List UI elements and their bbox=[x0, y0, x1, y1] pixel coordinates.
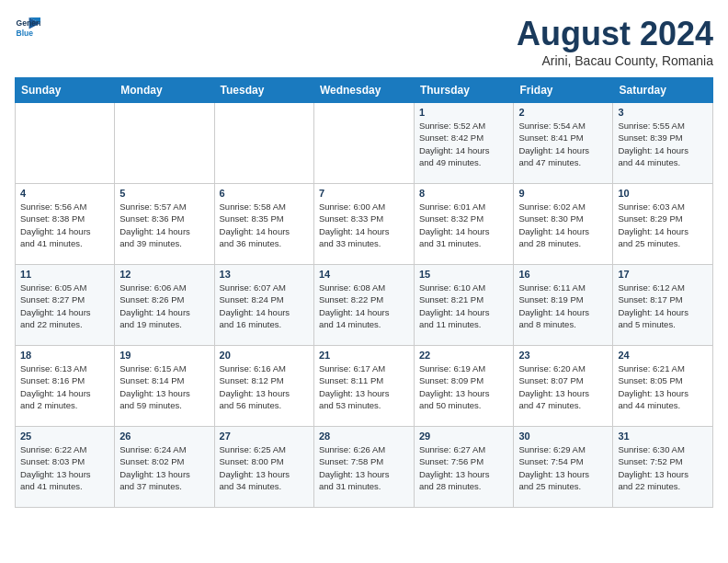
day-number: 24 bbox=[618, 350, 708, 361]
day-info: Sunrise: 5:54 AM Sunset: 8:41 PM Dayligh… bbox=[518, 120, 608, 168]
day-info: Sunrise: 6:01 AM Sunset: 8:32 PM Dayligh… bbox=[419, 201, 509, 249]
day-number: 6 bbox=[220, 188, 309, 199]
day-info: Sunrise: 6:05 AM Sunset: 8:27 PM Dayligh… bbox=[20, 282, 109, 330]
calendar-cell: 14Sunrise: 6:08 AM Sunset: 8:22 PM Dayli… bbox=[313, 265, 414, 346]
day-number: 28 bbox=[319, 431, 409, 442]
header-tuesday: Tuesday bbox=[214, 78, 313, 103]
day-info: Sunrise: 5:56 AM Sunset: 8:38 PM Dayligh… bbox=[20, 201, 109, 249]
calendar-cell: 5Sunrise: 5:57 AM Sunset: 8:36 PM Daylig… bbox=[115, 184, 214, 265]
day-info: Sunrise: 6:07 AM Sunset: 8:24 PM Dayligh… bbox=[220, 282, 309, 330]
day-number: 23 bbox=[518, 350, 608, 361]
calendar-cell: 22Sunrise: 6:19 AM Sunset: 8:09 PM Dayli… bbox=[414, 346, 514, 427]
day-info: Sunrise: 6:08 AM Sunset: 8:22 PM Dayligh… bbox=[319, 282, 409, 330]
day-number: 18 bbox=[20, 350, 109, 361]
day-number: 10 bbox=[618, 188, 708, 199]
calendar-cell: 10Sunrise: 6:03 AM Sunset: 8:29 PM Dayli… bbox=[613, 184, 713, 265]
calendar-cell: 16Sunrise: 6:11 AM Sunset: 8:19 PM Dayli… bbox=[514, 265, 613, 346]
calendar-cell: 6Sunrise: 5:58 AM Sunset: 8:35 PM Daylig… bbox=[214, 184, 313, 265]
header-row: SundayMondayTuesdayWednesdayThursdayFrid… bbox=[16, 78, 713, 103]
day-number: 29 bbox=[419, 431, 509, 442]
calendar-cell: 2Sunrise: 5:54 AM Sunset: 8:41 PM Daylig… bbox=[514, 103, 613, 184]
day-info: Sunrise: 6:29 AM Sunset: 7:54 PM Dayligh… bbox=[518, 443, 608, 492]
day-info: Sunrise: 6:10 AM Sunset: 8:21 PM Dayligh… bbox=[419, 282, 509, 330]
calendar-cell: 12Sunrise: 6:06 AM Sunset: 8:26 PM Dayli… bbox=[115, 265, 214, 346]
header-wednesday: Wednesday bbox=[313, 78, 414, 103]
day-number: 9 bbox=[518, 188, 608, 199]
calendar-cell: 9Sunrise: 6:02 AM Sunset: 8:30 PM Daylig… bbox=[514, 184, 613, 265]
day-info: Sunrise: 6:30 AM Sunset: 7:52 PM Dayligh… bbox=[618, 443, 708, 492]
header-sunday: Sunday bbox=[16, 78, 115, 103]
page-header: General Blue August 2024 Arini, Bacau Co… bbox=[15, 15, 713, 68]
calendar-table: SundayMondayTuesdayWednesdayThursdayFrid… bbox=[15, 77, 713, 508]
day-number: 31 bbox=[618, 431, 708, 442]
calendar-cell: 1Sunrise: 5:52 AM Sunset: 8:42 PM Daylig… bbox=[414, 103, 514, 184]
header-saturday: Saturday bbox=[613, 78, 713, 103]
week-row-2: 4Sunrise: 5:56 AM Sunset: 8:38 PM Daylig… bbox=[16, 184, 713, 265]
day-number: 14 bbox=[319, 269, 409, 280]
day-number: 11 bbox=[20, 269, 109, 280]
calendar-cell: 26Sunrise: 6:24 AM Sunset: 8:02 PM Dayli… bbox=[115, 427, 214, 508]
day-number: 3 bbox=[618, 107, 708, 118]
day-info: Sunrise: 5:58 AM Sunset: 8:35 PM Dayligh… bbox=[220, 201, 309, 249]
calendar-cell: 20Sunrise: 6:16 AM Sunset: 8:12 PM Dayli… bbox=[214, 346, 313, 427]
title-block: August 2024 Arini, Bacau County, Romania bbox=[517, 15, 713, 68]
calendar-cell: 21Sunrise: 6:17 AM Sunset: 8:11 PM Dayli… bbox=[313, 346, 414, 427]
day-number: 15 bbox=[419, 269, 509, 280]
day-number: 26 bbox=[119, 431, 209, 442]
day-number: 5 bbox=[119, 188, 209, 199]
day-info: Sunrise: 6:16 AM Sunset: 8:12 PM Dayligh… bbox=[220, 362, 309, 411]
header-monday: Monday bbox=[115, 78, 214, 103]
calendar-cell: 3Sunrise: 5:55 AM Sunset: 8:39 PM Daylig… bbox=[613, 103, 713, 184]
calendar-cell: 11Sunrise: 6:05 AM Sunset: 8:27 PM Dayli… bbox=[16, 265, 115, 346]
location: Arini, Bacau County, Romania bbox=[517, 53, 713, 68]
calendar-cell: 13Sunrise: 6:07 AM Sunset: 8:24 PM Dayli… bbox=[214, 265, 313, 346]
day-info: Sunrise: 6:15 AM Sunset: 8:14 PM Dayligh… bbox=[119, 362, 209, 411]
logo-icon: General Blue bbox=[15, 15, 40, 40]
day-info: Sunrise: 6:27 AM Sunset: 7:56 PM Dayligh… bbox=[419, 443, 509, 492]
day-number: 2 bbox=[518, 107, 608, 118]
calendar-cell: 29Sunrise: 6:27 AM Sunset: 7:56 PM Dayli… bbox=[414, 427, 514, 508]
day-number: 1 bbox=[419, 107, 509, 118]
day-info: Sunrise: 6:12 AM Sunset: 8:17 PM Dayligh… bbox=[618, 282, 708, 330]
calendar-cell bbox=[115, 103, 214, 184]
month-title: August 2024 bbox=[517, 15, 713, 53]
header-friday: Friday bbox=[514, 78, 613, 103]
day-info: Sunrise: 6:06 AM Sunset: 8:26 PM Dayligh… bbox=[119, 282, 209, 330]
calendar-cell: 27Sunrise: 6:25 AM Sunset: 8:00 PM Dayli… bbox=[214, 427, 313, 508]
day-info: Sunrise: 6:02 AM Sunset: 8:30 PM Dayligh… bbox=[518, 201, 608, 249]
day-number: 21 bbox=[319, 350, 409, 361]
day-info: Sunrise: 6:11 AM Sunset: 8:19 PM Dayligh… bbox=[518, 282, 608, 330]
day-info: Sunrise: 5:55 AM Sunset: 8:39 PM Dayligh… bbox=[618, 120, 708, 168]
day-number: 25 bbox=[20, 431, 109, 442]
calendar-cell bbox=[16, 103, 115, 184]
day-info: Sunrise: 5:57 AM Sunset: 8:36 PM Dayligh… bbox=[119, 201, 209, 249]
day-number: 22 bbox=[419, 350, 509, 361]
calendar-cell bbox=[214, 103, 313, 184]
day-info: Sunrise: 6:22 AM Sunset: 8:03 PM Dayligh… bbox=[20, 443, 109, 492]
calendar-cell: 25Sunrise: 6:22 AM Sunset: 8:03 PM Dayli… bbox=[16, 427, 115, 508]
calendar-cell: 24Sunrise: 6:21 AM Sunset: 8:05 PM Dayli… bbox=[613, 346, 713, 427]
calendar-cell: 7Sunrise: 6:00 AM Sunset: 8:33 PM Daylig… bbox=[313, 184, 414, 265]
logo: General Blue bbox=[15, 15, 40, 40]
day-number: 30 bbox=[518, 431, 608, 442]
day-number: 27 bbox=[220, 431, 309, 442]
day-info: Sunrise: 5:52 AM Sunset: 8:42 PM Dayligh… bbox=[419, 120, 509, 168]
day-number: 17 bbox=[618, 269, 708, 280]
day-info: Sunrise: 6:19 AM Sunset: 8:09 PM Dayligh… bbox=[419, 362, 509, 411]
day-info: Sunrise: 6:00 AM Sunset: 8:33 PM Dayligh… bbox=[319, 201, 409, 249]
day-info: Sunrise: 6:03 AM Sunset: 8:29 PM Dayligh… bbox=[618, 201, 708, 249]
day-number: 13 bbox=[220, 269, 309, 280]
svg-text:General: General bbox=[17, 18, 40, 28]
svg-text:Blue: Blue bbox=[17, 29, 34, 38]
day-info: Sunrise: 6:13 AM Sunset: 8:16 PM Dayligh… bbox=[20, 362, 109, 411]
week-row-3: 11Sunrise: 6:05 AM Sunset: 8:27 PM Dayli… bbox=[16, 265, 713, 346]
day-number: 16 bbox=[518, 269, 608, 280]
calendar-cell: 4Sunrise: 5:56 AM Sunset: 8:38 PM Daylig… bbox=[16, 184, 115, 265]
day-info: Sunrise: 6:21 AM Sunset: 8:05 PM Dayligh… bbox=[618, 362, 708, 411]
calendar-cell: 28Sunrise: 6:26 AM Sunset: 7:58 PM Dayli… bbox=[313, 427, 414, 508]
day-info: Sunrise: 6:25 AM Sunset: 8:00 PM Dayligh… bbox=[220, 443, 309, 492]
day-number: 19 bbox=[119, 350, 209, 361]
day-number: 7 bbox=[319, 188, 409, 199]
calendar-cell: 31Sunrise: 6:30 AM Sunset: 7:52 PM Dayli… bbox=[613, 427, 713, 508]
day-info: Sunrise: 6:24 AM Sunset: 8:02 PM Dayligh… bbox=[119, 443, 209, 492]
